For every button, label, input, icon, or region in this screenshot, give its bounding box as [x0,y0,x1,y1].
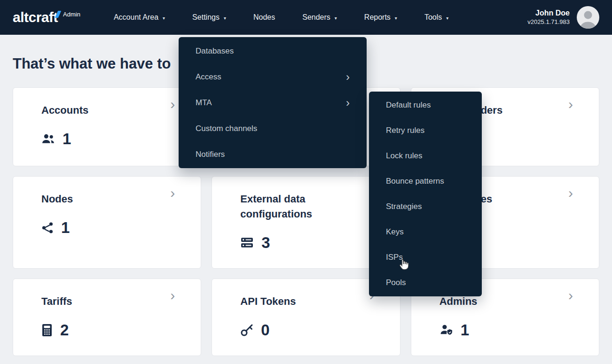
menu-item-pools[interactable]: Pools [369,270,482,295]
calculator-icon [41,324,53,337]
logo-text: altcraft [13,10,58,24]
menu-item-bounce-patterns[interactable]: Bounce patterns [369,169,482,194]
nav-item-reports[interactable]: Reports ▾ [351,0,411,35]
key-icon [240,324,253,337]
menu-item-label: Lock rules [386,151,422,161]
card-count: 1 [61,219,70,237]
caret-down-icon: ▾ [335,15,337,21]
admin-shield-icon [439,324,453,336]
card-count: 1 [63,130,71,148]
avatar[interactable] [577,6,599,29]
menu-item-databases[interactable]: Databases [179,38,367,64]
card-title: API Tokens [240,294,357,309]
nav-item-label: Nodes [253,13,275,22]
menu-item-label: ISPs [386,253,403,262]
mta-submenu: Default rules Retry rules Lock rules Bou… [369,92,482,296]
menu-item-label: Strategies [386,202,422,211]
chevron-right-icon: › [568,288,573,302]
menu-item-lock-rules[interactable]: Lock rules [369,143,482,169]
nav-item-label: Settings [192,13,220,22]
menu-item-label: MTA [196,98,212,108]
nav-item-label: Tools [424,13,442,22]
menu-item-isps[interactable]: ISPs [369,245,482,270]
nav-item-nodes[interactable]: Nodes [240,0,289,35]
user-name: John Doe [527,8,570,18]
person-silhouette-icon [577,6,599,29]
card-count: 2 [60,321,69,339]
caret-down-icon: ▾ [163,15,165,21]
chevron-right-icon: › [568,186,573,200]
share-icon [41,222,54,234]
card-stat: 1 [439,321,557,339]
card-count: 1 [461,321,469,339]
main-nav: Account Area ▾ Settings ▾ Nodes Senders … [100,0,462,35]
menu-item-strategies[interactable]: Strategies [369,194,482,219]
card-accounts[interactable]: Accounts › 1 [13,87,201,166]
page-title: That’s what we have to [13,55,171,72]
menu-item-retry-rules[interactable]: Retry rules [369,118,482,143]
chevron-right-icon: › [170,288,175,302]
menu-item-label: Custom channels [196,124,257,133]
card-title: Nodes [41,192,158,207]
card-nodes[interactable]: Nodes › 1 [13,176,201,269]
card-stat: 1 [41,130,158,148]
menu-item-label: Bounce patterns [386,177,444,186]
user-menu[interactable]: John Doe v2025.1.71.983 [527,6,599,29]
chevron-right-icon: › [568,97,573,111]
nav-item-label: Reports [364,13,391,22]
menu-item-label: Keys [386,227,404,237]
card-stat: 2 [41,321,158,339]
card-stat: 1 [41,219,158,237]
menu-item-label: Databases [196,46,234,56]
caret-down-icon: ▾ [446,15,448,21]
menu-item-custom-channels[interactable]: Custom channels [179,116,367,141]
nav-item-label: Senders [302,13,330,22]
nav-item-settings[interactable]: Settings ▾ [179,0,240,35]
menu-item-notifiers[interactable]: Notifiers [179,141,367,167]
nav-item-senders[interactable]: Senders ▾ [289,0,351,35]
menu-item-label: Notifiers [196,150,225,159]
chevron-right-icon: › [346,71,350,83]
nav-item-label: Account Area [114,13,158,22]
caret-down-icon: ▾ [395,15,397,21]
card-tariffs[interactable]: Tariffs › 2 [13,279,201,356]
caret-down-icon: ▾ [224,15,226,21]
menu-item-default-rules[interactable]: Default rules [369,93,482,118]
nav-item-tools[interactable]: Tools ▾ [411,0,462,35]
users-icon [41,133,55,145]
menu-item-label: Pools [386,278,406,287]
logo-badge: Admin [63,11,80,18]
app-version: v2025.1.71.983 [527,18,570,26]
server-icon [240,236,254,249]
card-title: Accounts [41,103,158,118]
chevron-right-icon: › [170,97,175,111]
menu-item-label: Access [196,72,221,82]
card-stat: 0 [240,321,357,339]
card-count: 3 [261,234,270,252]
card-stat: 3 [240,234,357,252]
menu-item-label: Default rules [386,101,431,110]
chevron-right-icon: › [346,97,350,108]
card-count: 0 [261,321,269,339]
card-title: External data configurations [240,192,357,222]
menu-item-keys[interactable]: Keys [369,219,482,245]
nav-item-account-area[interactable]: Account Area ▾ [100,0,179,35]
chevron-right-icon: › [170,186,175,200]
card-title: Tariffs [41,294,158,309]
user-info: John Doe v2025.1.71.983 [527,8,570,26]
navbar: altcraft Admin Account Area ▾ Settings ▾… [0,0,612,35]
menu-item-label: Retry rules [386,126,424,135]
logo[interactable]: altcraft Admin [13,10,80,24]
menu-item-access[interactable]: Access › [179,64,367,90]
menu-item-mta[interactable]: MTA › [179,90,367,116]
settings-dropdown: Databases Access › MTA › Custom channels… [179,37,367,168]
